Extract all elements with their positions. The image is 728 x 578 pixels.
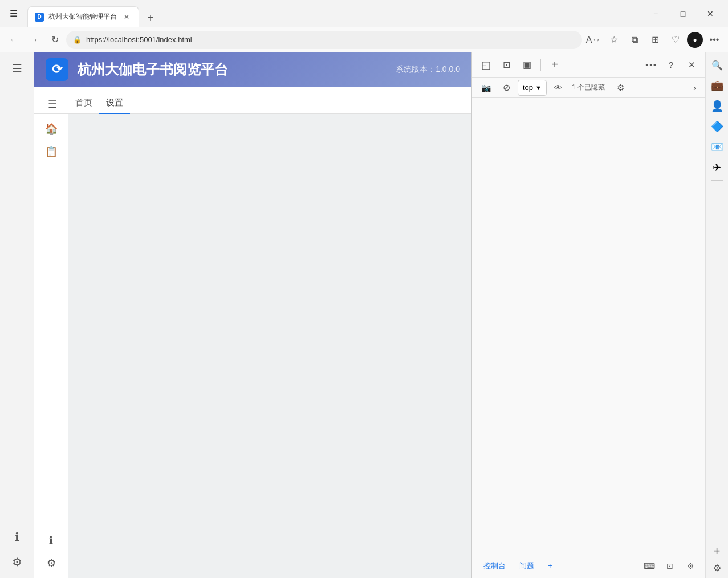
favorite-button[interactable]: ☆ xyxy=(605,31,623,49)
devtools-close-button[interactable]: ✕ xyxy=(682,56,701,74)
app-version: 系统版本：1.0.0.0 xyxy=(396,64,460,75)
security-icon: 🔒 xyxy=(73,36,82,44)
devtools-help-button[interactable]: ? xyxy=(662,56,680,74)
refresh-button[interactable]: ↻ xyxy=(46,31,64,49)
devtools-device-button[interactable]: ⊡ xyxy=(497,56,515,74)
devtools-device2-button[interactable]: ⊡ xyxy=(662,558,678,574)
extensions-sidebar: 🔍 💼 👤 🔷 📧 ✈ + ⚙ xyxy=(705,52,728,578)
ext-copilot-icon[interactable]: 🔷 xyxy=(709,119,725,135)
app-left-sidebar: 🏠 📋 ℹ ⚙ xyxy=(34,114,68,578)
devtools-add-button[interactable]: + xyxy=(546,56,564,74)
app-logo: ⟳ xyxy=(46,58,68,81)
devtools-toolbar2: 📷 ⊘ top ▼ 👁 1 个已隐藏 ⚙ › xyxy=(472,78,705,98)
forward-button[interactable]: → xyxy=(25,31,43,49)
app-body: 🏠 📋 ℹ ⚙ xyxy=(34,114,471,578)
browser-sidebar-icon-bottom1[interactable]: ℹ xyxy=(6,526,29,548)
title-bar: ☰ D 杭州大伽智能管理平台 ✕ + − □ ✕ xyxy=(0,0,728,27)
minimize-button[interactable]: − xyxy=(642,5,669,23)
app-sidebar-info-icon[interactable]: ℹ xyxy=(41,530,62,551)
ext-user-icon[interactable]: 👤 xyxy=(709,98,725,114)
context-label: top xyxy=(523,83,533,92)
devtools-separator1 xyxy=(540,59,541,71)
window-controls-left: ☰ xyxy=(5,5,23,23)
devtools-panel: ◱ ⊡ ▣ + ••• ? ✕ 📷 ⊘ top ▼ 👁 1 个已隐藏 xyxy=(471,52,705,578)
devtools-top-toolbar: ◱ ⊡ ▣ + ••• ? ✕ xyxy=(472,52,705,78)
ext-email-icon[interactable]: ✈ xyxy=(709,160,725,176)
nav-item-settings[interactable]: 设置 xyxy=(99,93,130,114)
ext-outlook-icon[interactable]: 📧 xyxy=(709,139,725,155)
active-tab[interactable]: D 杭州大伽智能管理平台 ✕ xyxy=(27,6,139,27)
devtools-elements-button[interactable]: ▣ xyxy=(518,56,536,74)
main-content: ☰ ℹ ⚙ ⟳ 杭州大伽电子书阅览平台 系统版本：1.0.0.0 ☰ 首页 设置… xyxy=(0,52,728,578)
new-tab-button[interactable]: + xyxy=(141,9,160,27)
devtools-inspect-button[interactable]: ◱ xyxy=(477,56,495,74)
devtools-hidden-count[interactable]: 1 个已隐藏 xyxy=(570,83,607,92)
hamburger-menu[interactable]: ☰ xyxy=(43,95,62,113)
window-controls-right: − □ ✕ xyxy=(642,5,723,23)
devtools-eye-button[interactable]: 👁 xyxy=(549,79,567,97)
tab-close-button[interactable]: ✕ xyxy=(121,12,132,22)
devtools-issues-button[interactable]: 问题 xyxy=(515,559,539,573)
tab-title: 杭州大伽智能管理平台 xyxy=(48,12,117,22)
ext-add-button[interactable]: + xyxy=(714,545,721,558)
app-sidebar-docs-icon[interactable]: 📋 xyxy=(41,141,62,162)
app-title: 杭州大伽电子书阅览平台 xyxy=(78,60,387,79)
favorites-bar-button[interactable]: ⊞ xyxy=(646,31,664,49)
url-text: https://localhost:5001/index.html xyxy=(86,35,575,44)
devtools-bottom-settings-button[interactable]: ⚙ xyxy=(682,558,698,574)
tab-favicon: D xyxy=(35,13,44,22)
nav-item-home[interactable]: 首页 xyxy=(68,93,99,114)
browser-sidebar-icon-menu[interactable]: ☰ xyxy=(6,57,29,80)
back-button[interactable]: ← xyxy=(5,31,23,49)
devtools-block-button[interactable]: ⊘ xyxy=(497,79,515,97)
ext-briefcase-icon[interactable]: 💼 xyxy=(709,78,725,93)
devtools-keyboard-button[interactable]: ⌨ xyxy=(641,558,657,574)
devtools-context-select[interactable]: top ▼ xyxy=(518,80,547,96)
browser-essentials-button[interactable]: ♡ xyxy=(666,31,685,49)
devtools-add-panel-button[interactable]: + xyxy=(543,559,557,572)
profile-avatar[interactable]: ● xyxy=(687,32,703,48)
browser-sidebar-icon-bottom2[interactable]: ⚙ xyxy=(6,551,29,573)
devtools-bottom-bar: 控制台 问题 + ⌨ ⊡ ⚙ xyxy=(472,553,705,578)
address-bar[interactable]: 🔒 https://localhost:5001/index.html xyxy=(66,31,582,49)
devtools-more-button[interactable]: ••• xyxy=(643,58,660,72)
page-area xyxy=(68,114,471,578)
devtools-console-button[interactable]: 控制台 xyxy=(479,559,510,573)
devtools-screenshot-button[interactable]: 📷 xyxy=(477,79,495,97)
app-nav: ☰ 首页 设置 xyxy=(34,87,471,114)
ext-separator xyxy=(711,180,723,181)
app-header: ⟳ 杭州大伽电子书阅览平台 系统版本：1.0.0.0 xyxy=(34,52,471,87)
collections-button[interactable]: ⧉ xyxy=(625,31,644,49)
web-content: ⟳ 杭州大伽电子书阅览平台 系统版本：1.0.0.0 ☰ 首页 设置 🏠 📋 ℹ… xyxy=(34,52,471,578)
ext-settings-button[interactable]: ⚙ xyxy=(713,563,721,573)
more-button[interactable]: ••• xyxy=(705,31,723,49)
devtools-settings-button[interactable]: ⚙ xyxy=(612,79,630,97)
close-button[interactable]: ✕ xyxy=(697,5,723,23)
tab-bar: D 杭州大伽智能管理平台 ✕ + xyxy=(27,0,638,27)
maximize-button[interactable]: □ xyxy=(670,5,696,23)
context-dropdown-icon: ▼ xyxy=(535,84,542,91)
address-toolbar: ← → ↻ 🔒 https://localhost:5001/index.htm… xyxy=(0,27,728,52)
translate-button[interactable]: A↔ xyxy=(584,31,603,49)
browser-sidebar: ☰ ℹ ⚙ xyxy=(0,52,34,578)
ext-search-icon[interactable]: 🔍 xyxy=(709,57,725,73)
devtools-body xyxy=(472,98,705,553)
app-sidebar-home-icon[interactable]: 🏠 xyxy=(41,119,62,139)
devtools-expand-arrow[interactable]: › xyxy=(689,81,701,95)
browser-sidebar-toggle[interactable]: ☰ xyxy=(5,5,23,23)
app-sidebar-settings-icon[interactable]: ⚙ xyxy=(41,553,62,573)
